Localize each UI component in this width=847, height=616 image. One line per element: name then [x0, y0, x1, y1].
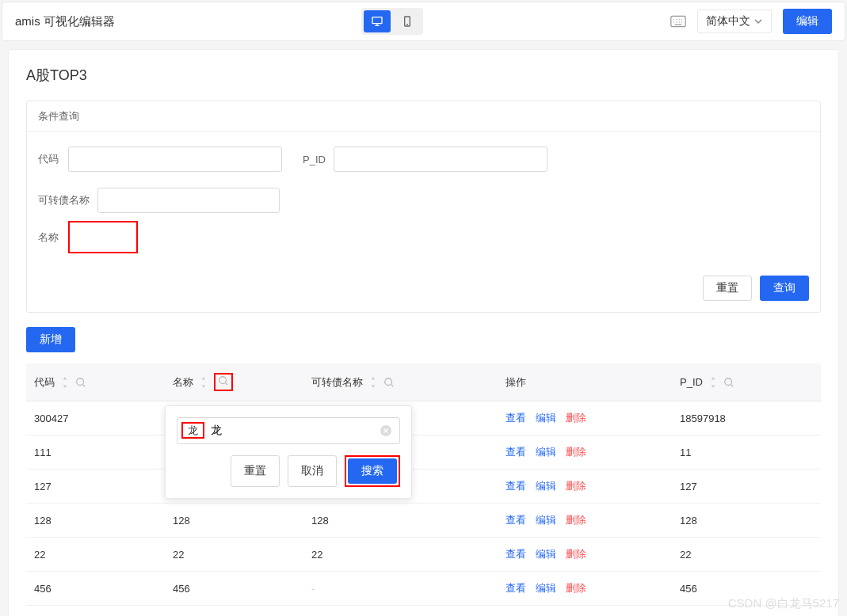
cell-name: 128	[165, 504, 303, 538]
cell-pid: 127	[672, 470, 821, 504]
row-view-link[interactable]: 查看	[506, 582, 526, 594]
table-row: 456456-查看编辑删除456	[26, 572, 821, 606]
cell-code: 127	[26, 470, 165, 504]
cell-name: 456	[165, 572, 303, 606]
cell-bond: 128	[303, 504, 498, 538]
row-delete-link[interactable]: 删除	[566, 412, 586, 424]
sort-icon	[368, 377, 379, 388]
filter-code-input[interactable]	[68, 146, 282, 172]
popover-cancel-button[interactable]: 取消	[288, 455, 337, 487]
svg-point-7	[385, 378, 392, 385]
table-row: 127查看编辑删除127	[26, 470, 821, 504]
search-icon[interactable]	[383, 377, 395, 388]
row-view-link[interactable]: 查看	[506, 480, 526, 492]
row-edit-link[interactable]: 编辑	[536, 514, 556, 526]
row-edit-link[interactable]: 编辑	[536, 446, 556, 458]
popover-reset-button[interactable]: 重置	[231, 455, 280, 487]
cell-code: 22	[26, 538, 165, 572]
svg-point-4	[77, 378, 84, 385]
column-search-popover: 龙 重置 取消 搜索	[165, 405, 412, 499]
filter-name-label: 名称	[38, 230, 60, 245]
row-view-link[interactable]: 查看	[506, 514, 526, 526]
svg-rect-0	[372, 17, 382, 24]
row-delete-link[interactable]: 删除	[566, 480, 586, 492]
row-edit-link[interactable]: 编辑	[536, 480, 556, 492]
language-select[interactable]: 简体中文	[697, 10, 772, 33]
device-switcher	[361, 8, 423, 35]
clear-icon[interactable]	[380, 424, 392, 437]
filter-query-button[interactable]: 查询	[760, 276, 809, 301]
language-label: 简体中文	[706, 14, 750, 29]
device-mobile-button[interactable]	[394, 10, 421, 32]
watermark: CSDN @白龙马5217	[728, 596, 839, 611]
filter-panel: 条件查询 代码 P_ID 可转债名称 名称	[26, 101, 821, 313]
cell-code: 128	[26, 504, 165, 538]
main-panel: A股TOP3 条件查询 代码 P_ID 可转债名称 名称	[8, 49, 839, 616]
desktop-icon	[371, 15, 383, 28]
filter-bond: 可转债名称	[38, 188, 280, 213]
cell-ops: 查看编辑删除	[498, 572, 672, 606]
cell-pid: 22	[672, 538, 821, 572]
cell-name: 22	[165, 538, 303, 572]
popover-search-button[interactable]: 搜索	[348, 458, 397, 484]
row-delete-link[interactable]: 删除	[566, 514, 586, 526]
sort-icon	[708, 377, 719, 388]
col-pid[interactable]: P_ID	[672, 363, 821, 401]
cell-bond: -	[303, 572, 498, 606]
page-title: A股TOP3	[26, 66, 821, 85]
col-bond[interactable]: 可转债名称	[303, 363, 498, 401]
keyboard-icon[interactable]	[670, 15, 686, 28]
filter-code: 代码	[38, 146, 282, 172]
device-desktop-button[interactable]	[364, 10, 391, 32]
search-icon[interactable]	[218, 375, 229, 386]
cell-ops: 查看编辑删除	[498, 470, 672, 504]
filter-bond-input[interactable]	[97, 188, 280, 213]
cell-bond: 22	[303, 538, 498, 572]
add-button[interactable]: 新增	[26, 327, 75, 352]
editor-top-bar: amis 可视化编辑器 简体中文 编辑	[2, 2, 845, 41]
filter-pid-label: P_ID	[303, 154, 326, 165]
col-ops: 操作	[498, 363, 672, 401]
row-delete-link[interactable]: 删除	[566, 446, 586, 458]
col-name[interactable]: 名称 龙	[165, 363, 303, 401]
svg-point-2	[407, 25, 408, 25]
cell-ops: 查看编辑删除	[498, 606, 672, 617]
cell-name: 阿拉丁	[165, 606, 303, 617]
filter-panel-title: 条件查询	[27, 101, 820, 132]
app-title: amis 可视化编辑器	[15, 14, 115, 29]
row-view-link[interactable]: 查看	[506, 548, 526, 560]
cell-code: 300427	[26, 401, 165, 435]
row-delete-link[interactable]: 删除	[566, 582, 586, 594]
row-edit-link[interactable]: 编辑	[536, 412, 556, 424]
filter-reset-button[interactable]: 重置	[703, 276, 752, 301]
data-table: 代码 名称	[26, 363, 821, 616]
filter-pid: P_ID	[303, 146, 547, 172]
cell-bond: 阿拉转债	[303, 606, 498, 617]
table-row: 222222查看编辑删除22	[26, 538, 821, 572]
row-view-link[interactable]: 查看	[506, 446, 526, 458]
chevron-down-icon	[754, 17, 763, 26]
edit-button[interactable]: 编辑	[783, 9, 832, 34]
mobile-icon	[401, 15, 414, 28]
cell-code: 456	[26, 572, 165, 606]
search-icon[interactable]	[723, 377, 734, 388]
filter-name: 名称	[38, 221, 292, 253]
row-delete-link[interactable]: 删除	[566, 548, 586, 560]
row-view-link[interactable]: 查看	[506, 412, 526, 424]
highlight-name-input	[68, 221, 138, 253]
highlight-pop-value: 龙	[181, 422, 204, 439]
row-edit-link[interactable]: 编辑	[536, 548, 556, 560]
cell-code: 688179	[26, 606, 165, 617]
search-icon[interactable]	[75, 377, 86, 388]
cell-pid: 18597918	[672, 401, 821, 435]
filter-pid-input[interactable]	[334, 146, 547, 172]
column-search-input[interactable]	[177, 417, 400, 444]
table-row: 688179阿拉丁阿拉转债查看编辑删除18597710	[26, 606, 821, 617]
table-row: 300427查看编辑删除18597918	[26, 401, 821, 435]
col-code[interactable]: 代码	[26, 363, 165, 401]
row-edit-link[interactable]: 编辑	[536, 582, 556, 594]
cell-ops: 查看编辑删除	[498, 435, 672, 470]
sort-icon	[59, 377, 71, 388]
table-row: 128128128查看编辑删除128	[26, 504, 821, 538]
table-row: 111查看编辑删除11	[26, 435, 821, 470]
